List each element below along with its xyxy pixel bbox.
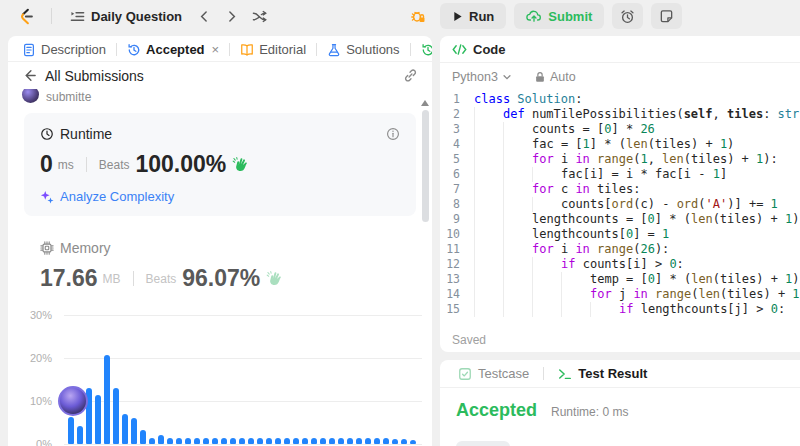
code-line[interactable]: 15if lengthcounts[j] > 0: (440, 302, 800, 317)
tab-editorial[interactable]: Editorial (234, 39, 312, 60)
submission-detail-scroll: submitte Runtime 0 ms (8, 89, 432, 446)
distribution-bar[interactable] (320, 438, 326, 444)
next-question-icon[interactable] (219, 6, 244, 27)
distribution-bar[interactable] (203, 438, 209, 444)
distribution-bar[interactable] (248, 438, 254, 444)
tab-solutions[interactable]: Solutions (321, 39, 405, 60)
distribution-bar[interactable] (230, 438, 236, 444)
all-submissions-label[interactable]: All Submissions (45, 68, 144, 84)
distribution-bar[interactable] (68, 417, 74, 444)
code-line[interactable]: 2def numTilePossibilities(self, tiles: s… (440, 107, 800, 122)
shuffle-icon[interactable] (246, 5, 273, 28)
code-line[interactable]: 12if counts[i] > 0: (440, 257, 800, 272)
leetcode-logo[interactable] (10, 2, 41, 31)
y-axis-tick: 0% (8, 438, 52, 446)
close-tab-icon[interactable]: × (212, 43, 220, 56)
notes-button[interactable] (651, 3, 682, 29)
tab-accepted[interactable]: Accepted× (121, 39, 225, 60)
distribution-bar[interactable] (383, 438, 389, 444)
distribution-bar[interactable] (347, 438, 353, 444)
distribution-bar[interactable] (221, 438, 227, 444)
runtime-distribution-chart[interactable]: 30%20%10%0% (8, 315, 432, 446)
distribution-bar[interactable] (158, 435, 164, 444)
indent-guide (503, 302, 532, 317)
distribution-bar[interactable] (302, 438, 308, 444)
memory-block[interactable]: Memory 17.66 MB Beats 96.07% (40, 240, 400, 292)
tab-description[interactable]: Description (16, 39, 112, 60)
distribution-bar[interactable] (329, 438, 335, 444)
submit-button[interactable]: Submit (514, 3, 604, 29)
tab-testcase[interactable]: Testcase (452, 363, 535, 384)
distribution-bar[interactable] (149, 438, 155, 444)
distribution-bar[interactable] (374, 438, 380, 444)
code-line[interactable]: 13temp = [0] * (len(tiles) + 1) (440, 272, 800, 287)
language-select[interactable]: Python3 (452, 70, 498, 84)
distribution-bar[interactable] (257, 438, 263, 444)
distribution-bar[interactable] (275, 438, 281, 444)
distribution-bar[interactable] (113, 388, 119, 444)
runtime-card[interactable]: Runtime 0 ms Beats 100.00% (24, 113, 416, 216)
distribution-bar[interactable] (176, 438, 182, 444)
auto-label[interactable]: Auto (550, 70, 576, 84)
distribution-bar[interactable] (239, 438, 245, 444)
tab-test-result[interactable]: Test Result (552, 363, 653, 384)
alarm-clock-icon (620, 9, 635, 24)
indent-guide (561, 302, 590, 317)
indent-guide (474, 227, 503, 242)
distribution-bar[interactable] (131, 418, 137, 444)
distribution-bar[interactable] (356, 438, 362, 444)
distribution-bar[interactable] (338, 438, 344, 444)
distribution-bar[interactable] (104, 355, 110, 444)
distribution-bar[interactable] (185, 438, 191, 444)
scrollbar-thumb[interactable] (422, 110, 429, 222)
code-token: Solution (517, 92, 575, 107)
code-line[interactable]: 6fac[i] = i * fac[i - 1] (440, 167, 800, 182)
run-button[interactable]: Run (440, 3, 506, 29)
left-scrollbar[interactable] (419, 96, 431, 446)
tab-submissions[interactable]: Submissions (415, 39, 432, 60)
distribution-bar[interactable] (392, 439, 398, 444)
distribution-bar[interactable] (167, 438, 173, 444)
distribution-bar[interactable] (266, 438, 272, 444)
code-line[interactable]: 9lengthcounts = [0] * (len(tiles) + 1) (440, 212, 800, 227)
analyze-complexity-link[interactable]: Analyze Complexity (40, 189, 400, 204)
code-token: 1 (720, 137, 727, 152)
code-line[interactable]: 1class Solution: (440, 92, 800, 107)
distribution-bar[interactable] (410, 440, 416, 444)
debugger-icon[interactable] (404, 4, 432, 28)
back-arrow-icon[interactable] (22, 68, 37, 83)
code-editor[interactable]: 1class Solution:2def numTilePossibilitie… (440, 90, 800, 328)
code-tab-label[interactable]: Code (473, 42, 506, 57)
analyze-complexity-label: Analyze Complexity (60, 189, 174, 204)
code-token: if (619, 302, 633, 317)
distribution-bar[interactable] (284, 438, 290, 444)
line-number: 12 (440, 257, 474, 272)
distribution-bar[interactable] (95, 395, 101, 444)
timer-button[interactable] (612, 3, 643, 29)
code-line[interactable]: 7for c in tiles: (440, 182, 800, 197)
code-line[interactable]: 3counts = [0] * 26 (440, 122, 800, 137)
prev-question-icon[interactable] (192, 6, 217, 27)
distribution-bar[interactable] (140, 430, 146, 444)
distribution-bar[interactable] (365, 438, 371, 444)
scroll-up-arrow-icon[interactable] (421, 100, 429, 106)
code-line[interactable]: 14for j in range(len(tiles) + 1): (440, 287, 800, 302)
code-line[interactable]: 11for i in range(26): (440, 242, 800, 257)
distribution-bar[interactable] (212, 438, 218, 444)
code-line[interactable]: 8counts[ord(c) - ord('A')] += 1 (440, 197, 800, 212)
info-icon[interactable] (386, 127, 400, 141)
distribution-bar[interactable] (122, 414, 128, 444)
distribution-bar[interactable] (401, 439, 407, 444)
daily-question-button[interactable]: Daily Question (62, 5, 190, 28)
distribution-bar[interactable] (77, 426, 83, 444)
user-avatar-marker[interactable] (58, 386, 88, 416)
case-button[interactable] (456, 441, 510, 446)
distribution-bar[interactable] (293, 438, 299, 444)
distribution-bar[interactable] (194, 438, 200, 444)
code-line[interactable]: 10lengthcounts[0] = 1 (440, 227, 800, 242)
copy-link-icon[interactable] (403, 68, 418, 83)
code-line[interactable]: 4fac = [1] * (len(tiles) + 1) (440, 137, 800, 152)
code-token: 26 (640, 242, 654, 257)
code-line[interactable]: 5for i in range(1, len(tiles) + 1): (440, 152, 800, 167)
distribution-bar[interactable] (311, 438, 317, 444)
